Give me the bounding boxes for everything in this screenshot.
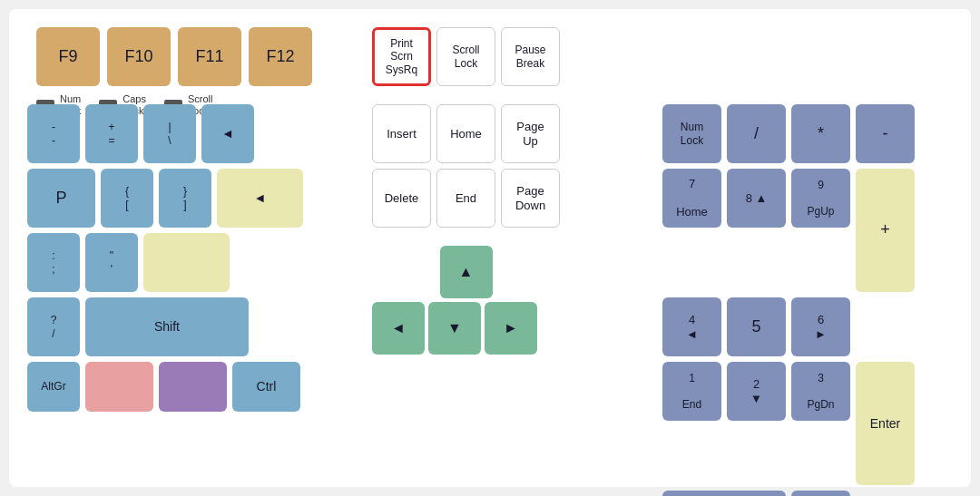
key-meta-left[interactable] <box>85 362 153 412</box>
nav-keys-section: Insert Home PageUp Delete End PageDown ▲… <box>372 104 560 355</box>
key-arrow-up[interactable]: ▲ <box>440 246 493 298</box>
key-num-6[interactable]: 6► <box>791 297 850 356</box>
key-num-1[interactable]: 1End <box>662 362 721 421</box>
key-f9[interactable]: F9 <box>36 27 100 86</box>
key-num-subtract[interactable]: - <box>856 104 915 163</box>
key-num-enter[interactable]: Enter <box>856 362 915 485</box>
key-end[interactable]: End <box>436 169 495 228</box>
key-num-9[interactable]: 9PgUp <box>791 169 850 228</box>
key-backspace-arrow[interactable]: ◄ <box>201 104 254 163</box>
key-pause-break[interactable]: Pause Break <box>501 27 560 86</box>
key-enter-bottom[interactable] <box>143 233 230 292</box>
key-insert[interactable]: Insert <box>372 104 431 163</box>
key-num-add[interactable]: + <box>856 169 915 292</box>
key-arrow-down[interactable]: ▼ <box>428 302 481 355</box>
key-num-7[interactable]: 7Home <box>662 169 721 228</box>
key-p[interactable]: P <box>27 169 95 228</box>
keyboard-layout: F9 F10 F11 F12 Print Scrn SysRq Scroll L… <box>9 9 971 487</box>
key-num-decimal[interactable]: .Del <box>791 491 850 496</box>
key-question-slash[interactable]: ?/ <box>27 297 80 356</box>
key-num-3[interactable]: 3PgDn <box>791 362 850 421</box>
key-arrow-left[interactable]: ◄ <box>372 302 425 355</box>
key-num-5[interactable]: 5 <box>727 297 786 356</box>
numpad-section: NumLock / * - 7Home 8 ▲ 9PgUp + 4◄ 5 6► … <box>662 104 915 496</box>
key-num-0[interactable]: 0Ins <box>662 491 786 496</box>
key-num-2[interactable]: 2▼ <box>727 362 786 421</box>
key-enter-top[interactable]: ◄ <box>217 169 303 228</box>
key-numlock[interactable]: NumLock <box>662 104 721 163</box>
key-quote[interactable]: "' <box>85 233 138 292</box>
key-page-up[interactable]: PageUp <box>501 104 560 163</box>
key-colon-semicolon[interactable]: :; <box>27 233 80 292</box>
key-f10[interactable]: F10 <box>107 27 171 86</box>
key-num-multiply[interactable]: * <box>791 104 850 163</box>
key-page-down[interactable]: PageDown <box>501 169 560 228</box>
key-num-8[interactable]: 8 ▲ <box>727 169 786 228</box>
special-keys-section: Print Scrn SysRq Scroll Lock Pause Break <box>372 27 560 86</box>
key-delete[interactable]: Delete <box>372 169 431 228</box>
key-minus-equals[interactable]: -- <box>27 104 80 163</box>
key-num-divide[interactable]: / <box>727 104 786 163</box>
key-scroll-lock[interactable]: Scroll Lock <box>436 27 495 86</box>
arrow-keys-section: ▲ ◄ ▼ ► <box>372 246 560 355</box>
key-altgr[interactable]: AltGr <box>27 362 80 412</box>
main-keys-section: -- += |\ ◄ P {[ }] ◄ :; "' ?/ Shift AltG… <box>27 104 303 417</box>
key-f12[interactable]: F12 <box>249 27 312 86</box>
key-f11[interactable]: F11 <box>178 27 241 86</box>
key-print-scrn[interactable]: Print Scrn SysRq <box>372 27 431 86</box>
key-brace-close[interactable]: }] <box>159 169 211 228</box>
key-shift[interactable]: Shift <box>85 297 249 356</box>
key-pipe-backslash[interactable]: |\ <box>143 104 196 163</box>
key-ctrl-right[interactable]: Ctrl <box>232 362 300 412</box>
key-home[interactable]: Home <box>436 104 495 163</box>
key-plus-equals[interactable]: += <box>85 104 138 163</box>
key-arrow-right[interactable]: ► <box>485 302 537 355</box>
key-brace-open[interactable]: {[ <box>101 169 153 228</box>
key-context[interactable] <box>159 362 227 412</box>
key-num-4[interactable]: 4◄ <box>662 297 721 356</box>
